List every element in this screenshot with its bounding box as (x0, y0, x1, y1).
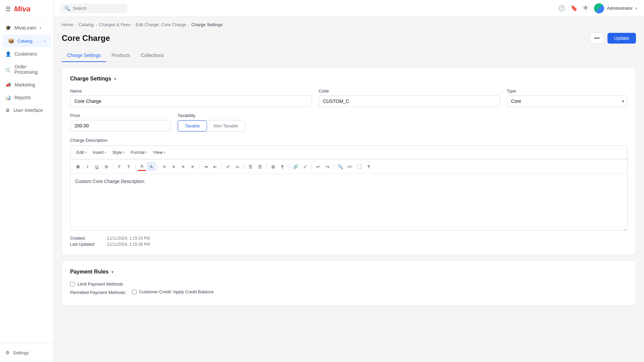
sidebar: ☰ Miva 🎓 MivaLearn › 📦 Catalog › 👤 Custo… (0, 0, 54, 362)
tab-collections[interactable]: Collections (136, 49, 169, 62)
mivalear-chevron: › (40, 25, 41, 31)
style-menu-button[interactable]: Style ▾ (110, 148, 127, 156)
eye-icon[interactable]: 👁 (583, 5, 589, 12)
price-group: Price (70, 113, 171, 132)
toolbar-sep-10 (334, 164, 334, 170)
page-title: Core Charge (62, 34, 110, 43)
highlight-button[interactable]: A (147, 162, 156, 171)
taxability-group: Taxability Taxable Non-Taxable (177, 113, 245, 132)
breadcrumb-current: Charge Settings (191, 22, 222, 27)
toolbar-sep-8 (289, 164, 289, 170)
format-menu-button[interactable]: Format ▾ (128, 148, 150, 156)
view-menu-button[interactable]: View ▾ (151, 148, 168, 156)
name-input[interactable] (70, 96, 312, 107)
breadcrumb-edit-charge[interactable]: Edit Charge: Core Charge (136, 22, 186, 27)
sidebar-item-catalog[interactable]: 📦 Catalog › (3, 35, 51, 47)
customers-icon: 👤 (5, 51, 11, 57)
meta-info: Created: 11/11/2024, 1:15:19 PM Last Upd… (70, 236, 628, 247)
align-center-button[interactable]: ≡ (169, 162, 178, 171)
paragraph-button[interactable]: ¶ (278, 162, 287, 171)
tabs-container: Charge Settings Products Collections (54, 49, 644, 62)
zoom-button[interactable]: 🔍 (336, 162, 345, 171)
charge-settings-chevron[interactable]: ▾ (114, 76, 116, 81)
tab-charge-settings[interactable]: Charge Settings (62, 49, 106, 62)
limit-payment-label: Limit Payment Methods (77, 282, 123, 287)
price-label: Price (70, 113, 171, 118)
indent-button[interactable]: ⇥ (201, 162, 210, 171)
name-group: Name (70, 88, 312, 107)
bookmark-icon[interactable]: 🔖 (571, 5, 578, 12)
italic-button[interactable]: I (83, 162, 92, 171)
edit-menu-button[interactable]: Edit ▾ (74, 148, 89, 156)
editor-body[interactable]: Custom Core Charge Description (70, 174, 627, 228)
font-style-group: F T (115, 162, 133, 171)
type-select[interactable]: Core Flat Percentage (507, 96, 628, 107)
align-right-button[interactable]: ≡ (179, 162, 187, 171)
table-button[interactable]: ⊞ (269, 162, 277, 171)
code-button[interactable]: </> (345, 162, 354, 171)
breadcrumb-charges-fees[interactable]: Charges & Fees (99, 22, 130, 27)
more-button[interactable]: ••• (590, 33, 604, 44)
help-button[interactable]: ? (364, 162, 373, 171)
customer-credit-label: Customer Credit: Apply Credit Balance (139, 289, 214, 294)
subscript-button[interactable]: x₂ (233, 162, 242, 171)
created-row: Created: 11/11/2024, 1:15:19 PM (70, 236, 628, 241)
price-input[interactable] (70, 120, 171, 131)
list-group: ☰ ☰ (246, 162, 264, 171)
taxable-button[interactable]: Taxable (178, 120, 207, 131)
history-icon[interactable]: 🕐 (558, 5, 565, 12)
superscript-button[interactable]: x² (224, 162, 232, 171)
update-button[interactable]: Update (607, 33, 636, 44)
hamburger-icon[interactable]: ☰ (5, 5, 11, 13)
limit-payment-checkbox[interactable] (70, 282, 75, 287)
payment-rules-chevron[interactable]: ▾ (111, 269, 114, 275)
editor-resize-handle[interactable]: ⟁ (70, 228, 627, 230)
link-button[interactable]: 🔗 (291, 162, 300, 171)
customer-credit-checkbox[interactable] (132, 290, 137, 294)
sidebar-item-customers[interactable]: 👤 Customers (0, 48, 53, 60)
sidebar-bottom: ⚙ Settings (0, 343, 53, 362)
table-group: ⊞ ¶ (269, 162, 287, 171)
font-t-button[interactable]: T (124, 162, 133, 171)
sidebar-item-marketing[interactable]: 📣 Marketing (0, 79, 53, 91)
undo-button[interactable]: ↩ (314, 162, 322, 171)
font-f-button[interactable]: F (115, 162, 124, 171)
align-justify-button[interactable]: ≡ (188, 162, 197, 171)
edit-chevron-icon: ▾ (85, 150, 87, 154)
tab-products[interactable]: Products (106, 49, 135, 62)
embed-button[interactable]: ⤢ (301, 162, 309, 171)
breadcrumb-sep-2: › (96, 23, 97, 27)
outdent-button[interactable]: ⇤ (211, 162, 219, 171)
miva-logo: Miva (14, 5, 31, 13)
insert-menu-button[interactable]: Insert ▾ (90, 148, 109, 156)
user-section[interactable]: Administrator ▾ (594, 3, 637, 13)
breadcrumb-catalog[interactable]: Catalog (78, 22, 94, 27)
bullet-list-button[interactable]: ☰ (246, 162, 255, 171)
sidebar-item-user-interface[interactable]: 🖥 User Interface (0, 104, 53, 116)
sidebar-item-mivalear[interactable]: 🎓 MivaLearn › (0, 22, 53, 34)
code-input[interactable] (319, 96, 500, 107)
underline-button[interactable]: U (93, 162, 101, 171)
sidebar-item-settings[interactable]: ⚙ Settings (5, 347, 48, 358)
sidebar-item-reports[interactable]: 📊 Reports (0, 92, 53, 104)
superscript-group: x² x₂ (224, 162, 242, 171)
redo-button[interactable]: ↪ (323, 162, 332, 171)
non-taxable-button[interactable]: Non-Taxable (207, 120, 245, 131)
link-group: 🔗 ⤢ (291, 162, 309, 171)
align-group: ≡ ≡ ≡ ≡ (160, 162, 197, 171)
name-code-type-row: Name Code Type Core Flat Perce (70, 88, 628, 107)
align-left-button[interactable]: ≡ (160, 162, 169, 171)
sidebar-item-order-processing[interactable]: 🛒 Order Processing (0, 61, 53, 78)
bold-button[interactable]: B (74, 162, 83, 171)
font-color-button[interactable]: A (138, 162, 146, 171)
fullscreen-button[interactable]: ⛶ (355, 162, 364, 171)
page-header: Core Charge ••• Update (54, 30, 644, 49)
ordered-list-button[interactable]: ☰ (256, 162, 264, 171)
search-input[interactable] (73, 6, 120, 11)
strikethrough-button[interactable]: S (102, 162, 111, 171)
charge-settings-title: Charge Settings (70, 76, 111, 82)
page-header-actions: ••• Update (590, 33, 636, 44)
color-group: A A (138, 162, 156, 171)
breadcrumb-home[interactable]: Home (62, 22, 73, 27)
indent-group: ⇥ ⇤ (201, 162, 219, 171)
